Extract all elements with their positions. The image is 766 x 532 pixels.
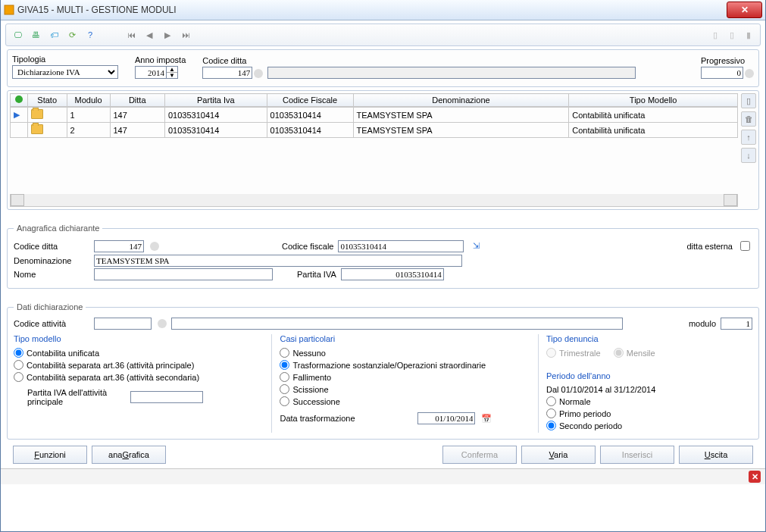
uscita-button[interactable]: Uscita	[679, 446, 753, 464]
caso-opt3: Fallimento	[292, 373, 331, 382]
new-row-icon[interactable]: ▯	[741, 93, 756, 108]
den-opt2: Mensile	[627, 349, 655, 358]
per-opt1: Normale	[559, 397, 591, 406]
ad-piva-label: Partita IVA	[297, 270, 336, 279]
ad-nome-input[interactable]	[94, 268, 273, 280]
caso-scissione-radio[interactable]	[280, 384, 289, 394]
ad-piva-input[interactable]	[341, 268, 444, 280]
cell-stato	[27, 123, 67, 138]
anagrafica-button[interactable]: anaGrafica	[92, 446, 166, 464]
last-icon[interactable]: ⏭	[179, 28, 192, 42]
anno-label: Anno imposta	[135, 55, 186, 64]
tm-opt1: Contabilita unificata	[27, 349, 99, 358]
periodo-range: Dal 01/10/2014 al 31/12/2014	[546, 385, 752, 394]
print-icon[interactable]: 🖶	[29, 28, 42, 42]
doc3-icon[interactable]: ▮	[742, 28, 755, 42]
tipologia-select[interactable]: Dichiarazione IVA	[12, 65, 118, 79]
table-row[interactable]: ▶ 1 147 01035310414 01035310414 TEAMSYST…	[11, 108, 738, 123]
expand-icon[interactable]: ⇲	[473, 241, 480, 251]
next-icon[interactable]: ▶	[161, 28, 174, 42]
cell-tm: Contabilità unificata	[569, 123, 738, 138]
tm-opt3: Contabilità separata art.36 (attività se…	[27, 373, 199, 382]
horizontal-scrollbar[interactable]	[10, 194, 738, 207]
funzioni-button[interactable]: FFunzioniunzioni	[13, 446, 87, 464]
lookup-icon[interactable]	[745, 69, 754, 78]
caso-opt5: Successione	[292, 397, 339, 406]
col-tm[interactable]: Tipo Modello	[569, 94, 738, 107]
col-ditta[interactable]: Ditta	[110, 94, 164, 107]
delete-row-icon[interactable]: 🗑	[741, 111, 756, 127]
anagrafica-fieldset: Anagrafica dichiarante Codice ditta Codi…	[7, 224, 759, 289]
per-opt3: Secondo periodo	[559, 421, 622, 430]
lookup-icon[interactable]	[150, 242, 159, 251]
tag-icon[interactable]: 🏷	[47, 28, 61, 42]
anno-down[interactable]: ▼	[167, 73, 177, 78]
codice-ditta-label: Codice ditta	[202, 56, 636, 65]
periodo-title: Periodo dell'anno	[546, 371, 752, 380]
modules-table[interactable]: Stato Modulo Ditta Partita Iva Codice Fi…	[10, 93, 738, 107]
lookup-icon[interactable]	[158, 319, 167, 328]
progressivo-input[interactable]	[701, 67, 743, 79]
per-normale-radio[interactable]	[546, 396, 556, 406]
col-stato[interactable]: Stato	[27, 94, 67, 107]
caso-fallimento-radio[interactable]	[280, 372, 289, 382]
ad-den-input[interactable]	[94, 255, 462, 267]
caso-nessuno-radio[interactable]	[280, 348, 289, 358]
folder-icon	[31, 109, 43, 119]
close-button[interactable]: ✕	[727, 2, 762, 18]
per-secondo-radio[interactable]	[546, 421, 556, 430]
ad-cf-label: Codice fiscale	[282, 242, 333, 251]
tipologia-label: Tipologia	[12, 55, 118, 64]
row-selector: ▶	[11, 108, 28, 123]
varia-button[interactable]: Varia	[521, 446, 596, 464]
table-row[interactable]: 2 147 01035310414 01035310414 TEAMSYSTEM…	[11, 123, 738, 138]
refresh-icon[interactable]: ⟳	[65, 28, 79, 42]
ad-codice-ditta-input[interactable]	[94, 240, 144, 252]
anno-input[interactable]	[135, 66, 167, 79]
ditta-esterna-checkbox[interactable]	[740, 241, 750, 251]
app-icon	[4, 5, 14, 15]
cell-cf: 01035310414	[267, 108, 353, 123]
tm-sep-sec-radio[interactable]	[14, 372, 23, 382]
tm-sep-princ-radio[interactable]	[14, 360, 23, 370]
move-down-icon[interactable]: ↓	[741, 148, 756, 163]
tm-opt2: Contabilità separata art.36 (attività pr…	[27, 361, 194, 370]
tm-piva-input[interactable]	[130, 391, 203, 403]
cell-cf: 01035310414	[267, 123, 353, 138]
per-primo-radio[interactable]	[546, 408, 556, 418]
col-piva[interactable]: Partita Iva	[164, 94, 267, 107]
denuncia-title: Tipo denuncia	[546, 334, 752, 343]
col-cf[interactable]: Codice Fiscale	[267, 94, 353, 107]
doc1-icon[interactable]: ▯	[708, 28, 722, 42]
first-icon[interactable]: ⏮	[124, 28, 138, 42]
codice-ditta-input[interactable]	[202, 67, 252, 79]
row-selector	[11, 123, 28, 138]
doc2-icon[interactable]: ▯	[725, 28, 739, 42]
toolbar: 🖵 🖶 🏷 ⟳ ? ⏮ ◀ ▶ ⏭ ▯ ▯ ▮	[5, 23, 761, 46]
move-up-icon[interactable]: ↑	[741, 130, 756, 145]
tipo-modello-title: Tipo modello	[14, 334, 265, 343]
data-trasf-input[interactable]	[417, 412, 475, 424]
ad-cf-input[interactable]	[338, 240, 464, 252]
tm-unificata-radio[interactable]	[14, 348, 23, 358]
col-flag[interactable]	[11, 94, 28, 107]
folder-icon	[31, 124, 43, 134]
modulo-input[interactable]	[721, 318, 752, 330]
caso-opt1: Nessuno	[292, 349, 325, 358]
lookup-icon[interactable]	[254, 69, 263, 78]
ad-nome-label: Nome	[14, 270, 89, 279]
cell-tm: Contabilità unificata	[569, 108, 738, 123]
prev-icon[interactable]: ◀	[142, 28, 156, 42]
screen-icon[interactable]: 🖵	[11, 28, 24, 42]
footer: FFunzioniunzioni anaGrafica Conferma Var…	[7, 443, 759, 467]
caso-trasf-radio[interactable]	[280, 360, 289, 370]
col-modulo[interactable]: Modulo	[67, 94, 110, 107]
col-den[interactable]: Denominazione	[353, 94, 569, 107]
titlebar: GIVA15 - MULTI - GESTIONE MODULI ✕	[1, 0, 765, 20]
error-icon[interactable]: ✕	[749, 471, 761, 483]
caso-successione-radio[interactable]	[280, 396, 289, 406]
calendar-icon[interactable]: 📅	[481, 414, 492, 424]
desc-attivita-input[interactable]	[171, 318, 623, 330]
help-icon[interactable]: ?	[83, 28, 97, 42]
codice-attivita-input[interactable]	[94, 318, 152, 330]
